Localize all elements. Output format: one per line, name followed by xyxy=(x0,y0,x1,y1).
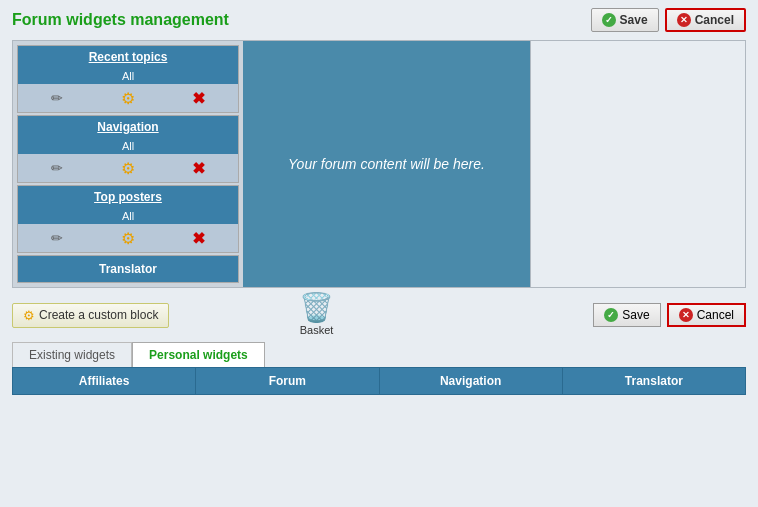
recent-topics-title[interactable]: Recent topics xyxy=(18,46,238,68)
top-posters-sub: All xyxy=(18,208,238,224)
recent-topics-sub: All xyxy=(18,68,238,84)
widget-navigation: Navigation All ✏ ⚙ ✖ xyxy=(17,115,239,183)
translator-title[interactable]: Translator xyxy=(18,256,238,282)
tab-personal-widgets[interactable]: Personal widgets xyxy=(132,342,265,367)
content-area: Your forum content will be here. xyxy=(243,41,530,287)
widget-recent-topics: Recent topics All ✏ ⚙ ✖ xyxy=(17,45,239,113)
widget-translator: Translator xyxy=(17,255,239,283)
translator-label: Translator xyxy=(625,374,683,388)
widget-column: Recent topics All ✏ ⚙ ✖ Navigation All ✏… xyxy=(13,41,243,287)
top-posters-delete-icon[interactable]: ✖ xyxy=(189,228,209,248)
bottom-row: ⚙ Create a custom block 🗑️ Basket ✓ Save… xyxy=(12,294,746,336)
create-custom-button[interactable]: ⚙ Create a custom block xyxy=(12,303,169,328)
navigation-label: Navigation xyxy=(440,374,501,388)
category-row: Affiliates Forum Navigation Translator xyxy=(12,367,746,395)
top-posters-title[interactable]: Top posters xyxy=(18,186,238,208)
top-posters-controls: ✏ ⚙ ✖ xyxy=(18,224,238,252)
recent-topics-edit-icon[interactable]: ✏ xyxy=(47,88,67,108)
category-translator[interactable]: Translator xyxy=(563,368,745,394)
forum-label: Forum xyxy=(269,374,306,388)
header-cancel-button[interactable]: ✕ Cancel xyxy=(665,8,746,32)
save-label: Save xyxy=(620,13,648,27)
create-custom-label: Create a custom block xyxy=(39,308,158,322)
tab-existing-label: Existing widgets xyxy=(29,348,115,362)
navigation-edit-icon[interactable]: ✏ xyxy=(47,158,67,178)
page-header: Forum widgets management ✓ Save ✕ Cancel xyxy=(0,0,758,36)
page-title: Forum widgets management xyxy=(12,11,229,29)
navigation-title[interactable]: Navigation xyxy=(18,116,238,138)
affiliates-label: Affiliates xyxy=(79,374,130,388)
basket-icon[interactable]: 🗑️ xyxy=(299,294,334,322)
right-column xyxy=(530,41,745,287)
cancel-x-icon: ✕ xyxy=(677,13,691,27)
page-wrapper: Forum widgets management ✓ Save ✕ Cancel… xyxy=(0,0,758,507)
category-affiliates[interactable]: Affiliates xyxy=(13,368,196,394)
widget-top-posters: Top posters All ✏ ⚙ ✖ xyxy=(17,185,239,253)
recent-topics-controls: ✏ ⚙ ✖ xyxy=(18,84,238,112)
navigation-controls: ✏ ⚙ ✖ xyxy=(18,154,238,182)
navigation-sub: All xyxy=(18,138,238,154)
bottom-save-button[interactable]: ✓ Save xyxy=(593,303,660,327)
header-save-button[interactable]: ✓ Save xyxy=(591,8,659,32)
cancel-label: Cancel xyxy=(695,13,734,27)
bottom-cancel-icon: ✕ xyxy=(679,308,693,322)
basket-label: Basket xyxy=(300,324,334,336)
tab-personal-label: Personal widgets xyxy=(149,348,248,362)
navigation-delete-icon[interactable]: ✖ xyxy=(189,158,209,178)
navigation-gear-icon[interactable]: ⚙ xyxy=(118,158,138,178)
top-posters-edit-icon[interactable]: ✏ xyxy=(47,228,67,248)
category-forum[interactable]: Forum xyxy=(196,368,379,394)
tabs-row: Existing widgets Personal widgets xyxy=(12,342,746,367)
recent-topics-gear-icon[interactable]: ⚙ xyxy=(118,88,138,108)
tab-existing-widgets[interactable]: Existing widgets xyxy=(12,342,132,367)
bottom-cancel-label: Cancel xyxy=(697,308,734,322)
bottom-cancel-button[interactable]: ✕ Cancel xyxy=(667,303,746,327)
bottom-save-label: Save xyxy=(622,308,649,322)
top-posters-gear-icon[interactable]: ⚙ xyxy=(118,228,138,248)
basket-container: 🗑️ Basket xyxy=(299,294,334,336)
content-placeholder: Your forum content will be here. xyxy=(288,156,485,172)
bottom-save-icon: ✓ xyxy=(604,308,618,322)
category-navigation[interactable]: Navigation xyxy=(380,368,563,394)
recent-topics-delete-icon[interactable]: ✖ xyxy=(189,88,209,108)
bottom-save-cancel: ✓ Save ✕ Cancel xyxy=(593,303,746,327)
save-check-icon: ✓ xyxy=(602,13,616,27)
create-custom-gear-icon: ⚙ xyxy=(23,308,35,323)
header-buttons: ✓ Save ✕ Cancel xyxy=(591,8,746,32)
main-area: Recent topics All ✏ ⚙ ✖ Navigation All ✏… xyxy=(12,40,746,288)
